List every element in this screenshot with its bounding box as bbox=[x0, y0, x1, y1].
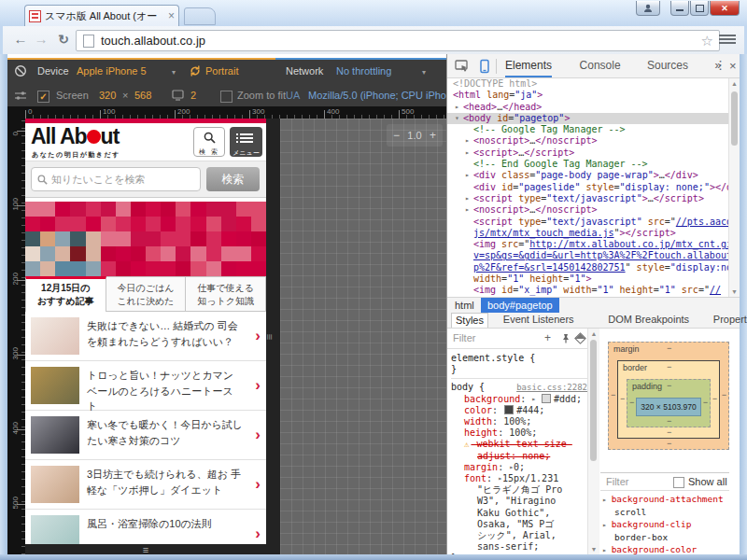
profile-button[interactable] bbox=[636, 1, 660, 16]
new-tab-button[interactable] bbox=[184, 7, 216, 25]
subtab-styles[interactable]: Styles bbox=[451, 313, 488, 328]
maximize-button[interactable] bbox=[690, 1, 709, 16]
computed-filter-input[interactable]: Filter bbox=[606, 476, 628, 487]
page-search-submit[interactable]: 検索 bbox=[206, 167, 260, 191]
style-rule-line[interactable]: W3", "Hiragino bbox=[451, 496, 587, 507]
style-rule-line[interactable]: sans-serif; bbox=[451, 541, 587, 553]
article-row[interactable]: トロっと旨い！ナッツとカマンベールのとろけるハニートースト› bbox=[25, 361, 266, 411]
toggle-element-state-icon[interactable] bbox=[561, 333, 571, 346]
address-bar[interactable]: touch.allabout.co.jp ☆ bbox=[76, 30, 720, 51]
dom-line[interactable]: ▸<head>…</head> bbox=[447, 102, 728, 113]
device-toolbar-toggle-icon[interactable] bbox=[477, 59, 491, 77]
dom-line[interactable]: v=sp&gs=&gdid=&url=http%3A%2F%2Ftouch.al… bbox=[447, 250, 728, 261]
devtools-tab-elements[interactable]: Elements bbox=[505, 54, 552, 77]
style-rule-line[interactable]: color: #444; bbox=[451, 405, 587, 416]
dpr-value[interactable]: 2 bbox=[190, 90, 196, 101]
subtab-properties[interactable]: Properties bbox=[713, 313, 747, 327]
dom-line[interactable]: <!-- End Google Tag Manager --> bbox=[447, 159, 728, 170]
devtools-tab-console[interactable]: Console bbox=[580, 54, 621, 77]
article-row[interactable]: 失敗はできない… 結婚式の 司会を頼まれたらどうすればいい？› bbox=[25, 312, 266, 361]
page-tab[interactable]: 今日のごはんこれに決めた bbox=[106, 276, 187, 312]
reload-button[interactable]: ↻ bbox=[53, 29, 74, 49]
allabout-logo[interactable]: All Abut bbox=[31, 124, 119, 149]
device-select[interactable]: Apple iPhone 5 bbox=[77, 65, 147, 77]
zoom-in-button[interactable]: + bbox=[430, 129, 436, 142]
computed-property-name[interactable]: ▸ background-clip bbox=[602, 518, 729, 531]
article-row[interactable]: 風呂・浴室掃除の10の法則› bbox=[25, 510, 266, 544]
dom-line[interactable]: ▸<script type="text/javascript">…</scrip… bbox=[447, 193, 728, 204]
forward-button[interactable]: → bbox=[31, 29, 51, 49]
show-all-checkbox[interactable] bbox=[673, 477, 684, 488]
style-rule-line[interactable]: font: ▸15px/1.231 bbox=[451, 473, 587, 484]
computed-property-row[interactable]: ▸ background-colorrgb(221, 221, 221) bbox=[602, 543, 729, 554]
network-select-caret-icon[interactable]: ▾ bbox=[422, 68, 426, 77]
subtab-dom-breakpoints[interactable]: DOM Breakpoints bbox=[608, 313, 689, 327]
ua-value[interactable]: Mozilla/5.0 (iPhone; CPU iPhon... bbox=[308, 90, 446, 101]
style-rule-line[interactable]: ⚠-webkit-text-size- bbox=[451, 439, 587, 450]
style-rule-line[interactable]: } bbox=[451, 553, 587, 554]
dom-line[interactable]: ▸<noscript>…</noscript> bbox=[447, 204, 728, 216]
dom-line[interactable]: <html lang="ja"> bbox=[447, 90, 728, 101]
dom-line[interactable]: width="1" height="1"> bbox=[447, 273, 728, 285]
dom-line[interactable]: ▸<div class="page-body page-wrap">…</div… bbox=[447, 170, 728, 181]
url-text[interactable]: touch.allabout.co.jp bbox=[101, 34, 701, 48]
browser-menu-icon[interactable] bbox=[718, 33, 737, 48]
style-rule-line[interactable]: Kaku Gothic", bbox=[451, 508, 587, 519]
style-rule-line[interactable]: "ヒラギノ角ゴ Pro bbox=[451, 484, 587, 496]
network-conditions-icon[interactable] bbox=[14, 90, 27, 104]
computed-property-row[interactable]: ▸ background-clipborder-box bbox=[602, 518, 729, 543]
devtools-close-icon[interactable]: × bbox=[729, 59, 737, 74]
page-tab[interactable]: 仕事で使える知っトク知識 bbox=[186, 276, 266, 312]
zoom-to-fit-checkbox[interactable] bbox=[220, 91, 233, 103]
page-search-input[interactable]: 知りたいことを検索 bbox=[31, 167, 201, 191]
article-row[interactable]: 3日坊主でも続けられる、超お 手軽な「ツボ押し」ダイエット› bbox=[25, 460, 266, 510]
back-button[interactable]: ← bbox=[10, 29, 31, 49]
devtools-tab-sources[interactable]: Sources bbox=[647, 54, 688, 77]
computed-property-row[interactable]: ▸ background-attachmentscroll bbox=[602, 493, 729, 518]
dom-tree-scrollbar[interactable]: ▲▼ bbox=[728, 78, 740, 297]
screen-height-value[interactable]: 568 bbox=[134, 90, 151, 101]
dom-line[interactable]: <!DOCTYPE html> bbox=[447, 78, 728, 90]
device-select-caret-icon[interactable]: ▾ bbox=[172, 68, 176, 77]
style-rule-line[interactable]: } bbox=[451, 364, 587, 375]
screen-width-value[interactable]: 320 bbox=[99, 90, 116, 101]
bookmark-star-icon[interactable]: ☆ bbox=[701, 33, 713, 49]
dom-line[interactable]: ▸<script>…</script> bbox=[447, 147, 728, 159]
dom-line[interactable]: p%2F&ref=&srl=1450142802751" style="disp… bbox=[447, 262, 728, 273]
new-style-rule-icon[interactable]: + bbox=[544, 331, 551, 344]
style-rule-line[interactable]: element.style { bbox=[451, 353, 587, 364]
style-rule-line[interactable]: background: ▸ #ddd; bbox=[451, 394, 587, 405]
orientation-toggle[interactable]: Portrait bbox=[205, 65, 238, 77]
color-format-icon[interactable] bbox=[574, 332, 586, 344]
header-menu-button[interactable]: メニュー bbox=[230, 127, 262, 157]
disable-emulation-icon[interactable] bbox=[14, 64, 27, 79]
style-rule-line[interactable]: adjust: none; bbox=[451, 451, 587, 462]
close-button[interactable]: ✕ bbox=[710, 1, 740, 16]
header-search-button[interactable]: 検 索 bbox=[193, 127, 225, 157]
style-rule-line[interactable]: Osaka, "MS Pゴ bbox=[451, 519, 587, 530]
browser-tab[interactable]: スマホ版 All About (オー × bbox=[24, 5, 179, 26]
dom-line[interactable]: js/mtx/mtx_touch_media.js"></script> bbox=[447, 228, 728, 239]
network-throttling-select[interactable]: No throttling bbox=[336, 65, 391, 77]
dom-line[interactable]: ▾<body id="pagetop"> bbox=[447, 113, 728, 124]
zoom-out-button[interactable]: − bbox=[393, 129, 400, 142]
dom-line[interactable]: ▸<noscript>…</noscript> bbox=[447, 135, 728, 147]
computed-property-name[interactable]: ▸ background-color bbox=[602, 543, 729, 554]
computed-property-name[interactable]: ▸ background-attachment bbox=[602, 493, 729, 506]
dom-line[interactable]: <script type="text/javascript" src="//pt… bbox=[447, 217, 728, 228]
blurred-banner-image[interactable] bbox=[25, 202, 266, 276]
page-tab[interactable]: 12月15日のおすすめ記事 bbox=[25, 276, 106, 312]
style-rule-line[interactable]: height: 100%; bbox=[451, 427, 587, 439]
style-rule-line[interactable]: シック", Arial, bbox=[451, 530, 587, 541]
device-bottom-resize-handle[interactable]: ≡ bbox=[25, 544, 266, 554]
dom-line[interactable]: <!-- Google Tag Manager --> bbox=[447, 124, 728, 135]
minimize-button[interactable] bbox=[670, 1, 689, 16]
breadcrumb-item-html[interactable]: html bbox=[455, 298, 474, 313]
article-row[interactable]: 寒い冬でも暖かく！今日から試したい寒さ対策のコツ› bbox=[25, 411, 266, 460]
inspect-element-icon[interactable] bbox=[455, 60, 469, 77]
device-right-resize-handle[interactable]: ≡ bbox=[266, 119, 280, 554]
zoom-to-fit-label[interactable]: Zoom to fit bbox=[237, 90, 286, 101]
styles-filter-input[interactable]: Filter bbox=[453, 332, 475, 343]
dom-line[interactable]: <img id="x_imp" width="1" height="1" src… bbox=[447, 285, 728, 296]
style-rule-line[interactable]: body {basic.css:2282 bbox=[451, 378, 587, 393]
